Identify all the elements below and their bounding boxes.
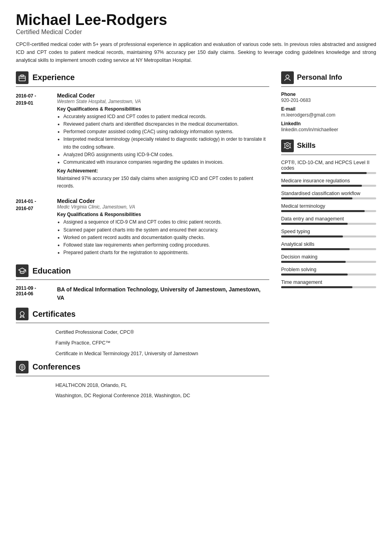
education-section-header: Education — [16, 264, 269, 280]
skill-bar-fill-3 — [281, 210, 365, 212]
skill-item-6: Analytical skills — [281, 241, 376, 250]
skill-name-9: Time management — [281, 279, 376, 285]
svg-point-5 — [20, 312, 24, 316]
skill-bar-fill-0 — [281, 172, 367, 174]
exp-company-1: Western State Hospital, Jamestown, VA — [57, 99, 269, 104]
conferences-icon — [16, 361, 29, 373]
skill-bar-bg-7 — [281, 261, 376, 263]
skill-name-2: Standardised classification workflow — [281, 191, 376, 196]
exp-company-2: Medic Virginia Clinic, Jamestown, VA — [57, 204, 269, 210]
experience-title: Experience — [32, 73, 75, 82]
edu-entry-1: 2011-09 - 2014-06 BA of Medical Informat… — [16, 285, 269, 302]
cert-item-3: Certificate in Medical Terminology 2017,… — [16, 350, 269, 358]
skill-name-6: Analytical skills — [281, 241, 376, 247]
conf-item-1: HEALTHCON 2018, Orlando, FL — [16, 382, 269, 389]
svg-marker-3 — [19, 268, 26, 272]
skill-bar-bg-8 — [281, 274, 376, 276]
skill-name-7: Decision making — [281, 254, 376, 260]
certificates-section-header: Certificates — [16, 308, 269, 323]
skills-header: Skills — [281, 140, 376, 155]
conferences-section: Conferences HEALTHCON 2018, Orlando, FL … — [16, 361, 269, 400]
skill-bar-fill-8 — [281, 274, 348, 276]
personal-info-header: Personal Info — [281, 71, 376, 87]
bullet-item: Scanned paper patient charts into the sy… — [63, 226, 269, 234]
skill-name-4: Data entry and management — [281, 216, 376, 222]
skill-item-0: CPT®, ICD-10-CM, and HCPCS Level II code… — [281, 160, 376, 174]
skill-name-8: Problem solving — [281, 267, 376, 272]
bullet-item: Communicated with insurance companies re… — [63, 159, 269, 166]
exp-achievement-label-1: Key Achievement: — [57, 168, 269, 174]
personal-info-icon — [281, 71, 294, 84]
skill-bar-fill-7 — [281, 261, 346, 263]
skill-item-3: Medical terminology — [281, 203, 376, 212]
candidate-name: Michael Lee-Rodgers — [16, 12, 376, 29]
conferences-section-header: Conferences — [16, 361, 269, 376]
skill-bar-fill-9 — [281, 286, 352, 288]
exp-bullets-2: Assigned a sequence of ICD-9 CM and CPT … — [57, 218, 269, 256]
email-label: E-mail — [281, 106, 376, 112]
skills-section: Skills CPT®, ICD-10-CM, and HCPCS Level … — [281, 140, 376, 288]
exp-entry-2: 2014-01 - 2016-07 Medical Coder Medic Vi… — [16, 198, 269, 256]
skills-title: Skills — [297, 142, 316, 150]
skill-bar-bg-4 — [281, 223, 376, 225]
right-column: Personal Info Phone 920-201-0683 E-mail … — [281, 71, 376, 403]
skill-item-5: Speed typing — [281, 229, 376, 237]
experience-section: Experience 2016-07 - 2019-01 Medical Cod… — [16, 71, 269, 257]
skill-bar-bg-9 — [281, 286, 376, 288]
linkedin-label: LinkedIn — [281, 121, 376, 126]
skill-bar-fill-4 — [281, 223, 348, 225]
skill-item-8: Problem solving — [281, 267, 376, 276]
skill-bar-bg-6 — [281, 248, 376, 250]
cert-item-2: Family Practice, CFPC™ — [16, 339, 269, 347]
svg-point-9 — [286, 75, 289, 78]
education-section: Education 2011-09 - 2014-06 BA of Medica… — [16, 264, 269, 302]
skill-bar-bg-0 — [281, 172, 376, 174]
skill-bar-bg-5 — [281, 235, 376, 237]
bullet-item: Assigned a sequence of ICD-9 CM and CPT … — [63, 218, 269, 226]
exp-bullets-1: Accurately assigned ICD and CPT codes to… — [57, 113, 269, 166]
left-column: Experience 2016-07 - 2019-01 Medical Cod… — [16, 71, 269, 403]
certificates-title: Certificates — [32, 310, 76, 319]
cert-item-1: Certified Professional Coder, CPC® — [16, 329, 269, 336]
skill-bar-bg-1 — [281, 185, 376, 187]
edu-dates-1: 2011-09 - 2014-06 — [16, 285, 51, 302]
bullet-item: Analyzed DRG assignments using ICD-9-CM … — [63, 151, 269, 159]
exp-dates-2: 2014-01 - 2016-07 — [16, 198, 51, 256]
conf-item-2: Washington, DC Regional Conference 2018,… — [16, 392, 269, 400]
skill-item-7: Decision making — [281, 254, 376, 263]
education-icon — [16, 264, 29, 277]
personal-info-section: Personal Info Phone 920-201-0683 E-mail … — [281, 71, 376, 132]
exp-job-title-2: Medical Coder — [57, 198, 269, 204]
email-value: m.leerodgers@gmail.com — [281, 112, 376, 118]
edu-content-1: BA of Medical Information Technology, Un… — [57, 285, 269, 302]
experience-section-header: Experience — [16, 71, 269, 87]
phone-value: 920-201-0683 — [281, 98, 376, 103]
skill-item-4: Data entry and management — [281, 216, 376, 225]
skill-bar-fill-6 — [281, 248, 350, 250]
exp-content-2: Medical Coder Medic Virginia Clinic, Jam… — [57, 198, 269, 256]
exp-content-1: Medical Coder Western State Hospital, Ja… — [57, 92, 269, 190]
exp-resp-label-1: Key Qualifications & Responsibilities — [57, 106, 269, 112]
skill-bar-fill-1 — [281, 185, 362, 187]
exp-achievement-1: Maintained 97% accuracy per 150 daily cl… — [57, 175, 269, 190]
bullet-item: Worked on patient record audits and docu… — [63, 234, 269, 241]
svg-rect-0 — [19, 76, 25, 81]
svg-point-10 — [287, 145, 289, 147]
experience-icon — [16, 71, 29, 84]
linkedin-value: linkedin.com/in/michaelleer — [281, 127, 376, 132]
bullet-item: Prepared patient charts for the registra… — [63, 249, 269, 256]
skill-name-3: Medical terminology — [281, 203, 376, 209]
skill-bar-fill-2 — [281, 197, 352, 199]
skill-name-0: CPT®, ICD-10-CM, and HCPCS Level II code… — [281, 160, 376, 171]
skill-name-5: Speed typing — [281, 229, 376, 234]
skill-name-1: Medicare insurance regulations — [281, 178, 376, 184]
skill-bar-fill-5 — [281, 235, 343, 237]
phone-label: Phone — [281, 92, 376, 97]
conferences-title: Conferences — [32, 362, 80, 371]
bullet-item: Accurately assigned ICD and CPT codes to… — [63, 113, 269, 121]
certificates-icon — [16, 308, 29, 320]
resume-header: Michael Lee-Rodgers Certified Medical Co… — [16, 12, 376, 64]
skills-icon — [281, 140, 294, 152]
certificates-section: Certificates Certified Professional Code… — [16, 308, 269, 357]
main-layout: Experience 2016-07 - 2019-01 Medical Cod… — [16, 71, 376, 403]
